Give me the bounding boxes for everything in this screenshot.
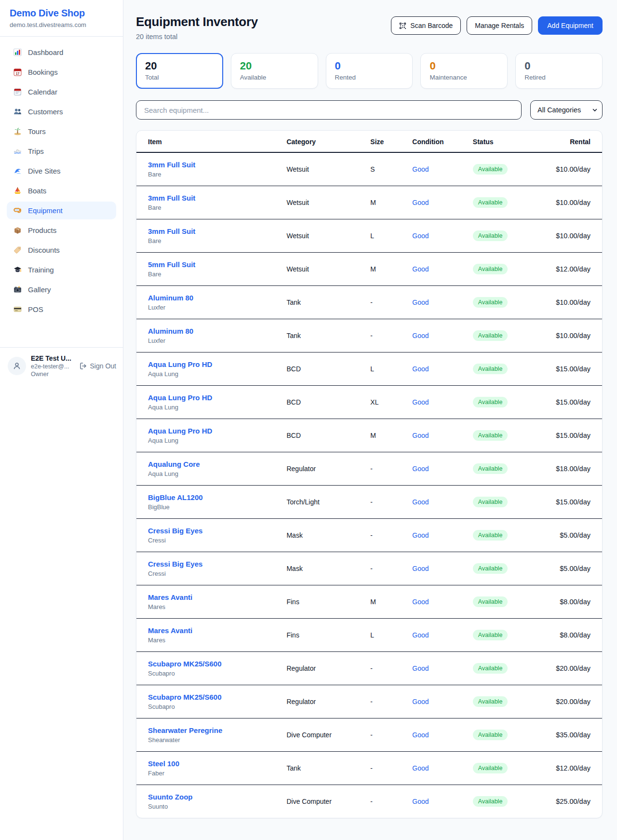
item-category: Tank [281,319,364,352]
scan-barcode-label: Scan Barcode [410,22,453,29]
sidebar-item-trips[interactable]: Trips [7,142,116,160]
item-name-link[interactable]: Aluminum 80 [148,294,275,302]
stat-card-total[interactable]: 20 Total [136,53,223,89]
item-name-link[interactable]: Scubapro MK25/S600 [148,693,275,701]
item-condition-link[interactable]: Good [412,365,429,373]
sidebar-item-label: Bookings [28,68,58,76]
user-name: E2E Test U... [31,354,75,362]
filter-row: All Categories [136,100,603,120]
scan-barcode-button[interactable]: Scan Barcode [391,16,461,35]
status-badge: Available [473,696,508,707]
item-size: - [364,552,406,585]
sidebar-item-label: Trips [28,147,44,155]
status-badge: Available [473,563,508,574]
sidebar-item-customers[interactable]: Customers [7,103,116,121]
item-category: Tank [281,751,364,785]
item-condition-link[interactable]: Good [412,631,429,639]
item-condition-link[interactable]: Good [412,232,429,240]
item-condition-link[interactable]: Good [412,199,429,206]
sidebar-item-discounts[interactable]: Discounts [7,241,116,259]
item-condition-link[interactable]: Good [412,565,429,572]
item-name-link[interactable]: BigBlue AL1200 [148,493,275,501]
table-row: Aqua Lung Pro HD Aqua Lung BCD XL Good A… [136,385,602,419]
item-name-link[interactable]: Mares Avanti [148,626,275,635]
item-condition-link[interactable]: Good [412,664,429,672]
category-select[interactable]: All Categories [530,100,603,120]
item-condition-link[interactable]: Good [412,498,429,506]
item-name-link[interactable]: Cressi Big Eyes [148,560,275,568]
sidebar-item-boats[interactable]: Boats [7,182,116,200]
sidebar-item-calendar[interactable]: Calendar [7,83,116,101]
item-name-link[interactable]: Aqua Lung Pro HD [148,427,275,435]
sidebar-item-gallery[interactable]: Gallery [7,281,116,298]
training-icon [13,266,22,274]
item-condition-link[interactable]: Good [412,764,429,772]
item-rental: $35.00/day [541,718,602,751]
item-name-link[interactable]: Steel 100 [148,759,275,768]
stat-card-rented[interactable]: 0 Rented [326,53,413,89]
sidebar-item-dive-sites[interactable]: Dive Sites [7,162,116,180]
item-condition-link[interactable]: Good [412,432,429,439]
item-size: - [364,319,406,352]
sidebar-item-equipment[interactable]: Equipment [7,202,116,219]
item-condition-link[interactable]: Good [412,731,429,739]
status-badge: Available [473,264,508,274]
item-size: XL [364,385,406,419]
item-name-link[interactable]: 3mm Full Suit [148,227,275,235]
item-size: M [364,252,406,285]
sidebar-item-bookings[interactable]: 17 Bookings [7,63,116,81]
item-condition-link[interactable]: Good [412,598,429,606]
item-brand: Suunto [148,803,275,810]
item-name-link[interactable]: Scubapro MK25/S600 [148,660,275,668]
item-rental: $15.00/day [541,385,602,419]
item-name-link[interactable]: 3mm Full Suit [148,194,275,202]
item-brand: Cressi [148,570,275,577]
item-condition-link[interactable]: Good [412,465,429,473]
calendar-icon [13,88,22,96]
item-name-link[interactable]: Aqualung Core [148,460,275,468]
sidebar-item-dashboard[interactable]: Dashboard [7,43,116,61]
item-condition-link[interactable]: Good [412,265,429,273]
item-condition-link[interactable]: Good [412,165,429,173]
item-condition-link[interactable]: Good [412,298,429,306]
item-name-link[interactable]: 3mm Full Suit [148,161,275,169]
item-name-link[interactable]: Aqua Lung Pro HD [148,360,275,368]
item-size: L [364,618,406,651]
item-condition-link[interactable]: Good [412,798,429,805]
item-condition-link[interactable]: Good [412,398,429,406]
search-input[interactable] [136,100,522,120]
stat-card-maintenance[interactable]: 0 Maintenance [420,53,508,89]
sidebar-item-tours[interactable]: Tours [7,122,116,140]
item-brand: Mares [148,603,275,610]
column-header-item: Item [136,131,281,152]
item-size: S [364,152,406,186]
sidebar-item-products[interactable]: Products [7,221,116,239]
manage-rentals-button[interactable]: Manage Rentals [467,16,532,35]
item-condition-link[interactable]: Good [412,531,429,539]
item-name-link[interactable]: 5mm Full Suit [148,260,275,269]
sidebar-item-pos[interactable]: POS [7,300,116,318]
item-rental: $10.00/day [541,186,602,219]
status-badge: Available [473,364,508,374]
sidebar-item-training[interactable]: Training [7,261,116,279]
item-name-link[interactable]: Cressi Big Eyes [148,527,275,535]
column-header-rental: Rental [541,131,602,152]
item-name-link[interactable]: Suunto Zoop [148,793,275,801]
item-condition-link[interactable]: Good [412,698,429,705]
item-category: Regulator [281,452,364,485]
stat-card-available[interactable]: 20 Available [231,53,318,89]
item-rental: $8.00/day [541,618,602,651]
item-condition-link[interactable]: Good [412,332,429,339]
item-name-link[interactable]: Mares Avanti [148,593,275,601]
status-badge: Available [473,796,508,807]
item-name-link[interactable]: Shearwater Peregrine [148,726,275,734]
item-name-link[interactable]: Aluminum 80 [148,327,275,335]
sign-out-button[interactable]: Sign Out [80,362,116,370]
status-badge: Available [473,596,508,607]
item-brand: Aqua Lung [148,437,275,444]
stat-card-retired[interactable]: 0 Retired [515,53,603,89]
table-row: 5mm Full Suit Bare Wetsuit M Good Availa… [136,252,602,285]
add-equipment-button[interactable]: Add Equipment [538,16,603,35]
item-name-link[interactable]: Aqua Lung Pro HD [148,393,275,402]
table-row: Steel 100 Faber Tank - Good Available $1… [136,751,602,785]
